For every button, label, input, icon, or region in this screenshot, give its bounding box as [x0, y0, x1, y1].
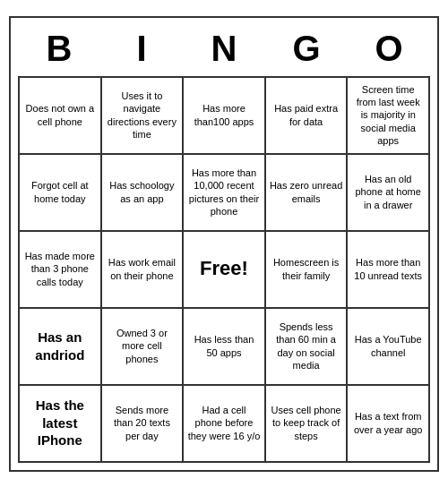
bingo-cell-24[interactable]: Has a text from over a year ago [348, 386, 430, 463]
bingo-cell-7[interactable]: Has more than 10,000 recent pictures on … [184, 155, 266, 232]
bingo-cell-21[interactable]: Sends more than 20 texts per day [102, 386, 185, 463]
bingo-cell-2[interactable]: Has more than100 apps [184, 78, 266, 155]
bingo-cell-9[interactable]: Has an old phone at home in a drawer [348, 155, 430, 232]
bingo-cell-11[interactable]: Has work email on their phone [102, 232, 185, 309]
header-letter-g: G [268, 29, 345, 69]
bingo-cell-4[interactable]: Screen time from last week is majority i… [348, 78, 430, 155]
bingo-header: BINGO [18, 25, 430, 76]
bingo-cell-5[interactable]: Forgot cell at home today [20, 155, 102, 232]
header-letter-o: O [350, 29, 427, 69]
bingo-cell-10[interactable]: Has made more than 3 phone calls today [20, 232, 102, 309]
header-letter-n: N [185, 29, 263, 69]
bingo-cell-3[interactable]: Has paid extra for data [266, 78, 349, 155]
bingo-cell-16[interactable]: Owned 3 or more cell phones [102, 309, 185, 386]
bingo-grid: Does not own a cell phoneUses it to navi… [18, 76, 430, 463]
header-letter-i: I [103, 29, 180, 69]
bingo-cell-6[interactable]: Has schoology as an app [102, 155, 185, 232]
bingo-cell-17[interactable]: Has less than 50 apps [184, 309, 266, 386]
header-letter-b: B [21, 29, 98, 69]
bingo-cell-0[interactable]: Does not own a cell phone [20, 78, 102, 155]
bingo-cell-13[interactable]: Homescreen is their family [266, 232, 349, 309]
bingo-cell-18[interactable]: Spends less than 60 min a day on social … [266, 309, 349, 386]
bingo-cell-12[interactable]: Free! [184, 232, 266, 309]
bingo-cell-8[interactable]: Has zero unread emails [266, 155, 349, 232]
bingo-card: BINGO Does not own a cell phoneUses it t… [9, 16, 439, 472]
bingo-cell-1[interactable]: Uses it to navigate directions every tim… [102, 78, 185, 155]
bingo-cell-20[interactable]: Has the latest IPhone [20, 386, 102, 463]
bingo-cell-14[interactable]: Has more than 10 unread texts [348, 232, 430, 309]
bingo-cell-23[interactable]: Uses cell phone to keep track of steps [266, 386, 349, 463]
bingo-cell-19[interactable]: Has a YouTube channel [348, 309, 430, 386]
bingo-cell-22[interactable]: Had a cell phone before they were 16 y/o [184, 386, 266, 463]
bingo-cell-15[interactable]: Has an andriod [20, 309, 102, 386]
